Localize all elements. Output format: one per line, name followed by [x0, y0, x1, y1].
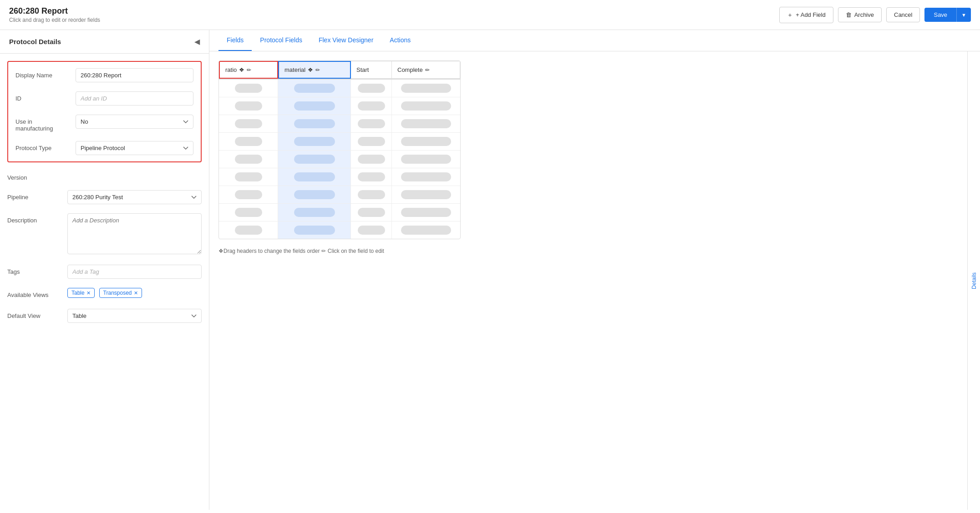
page-subtitle: Click and drag to edit or reorder fields — [9, 17, 100, 23]
view-tag-table-remove[interactable]: ✕ — [86, 290, 91, 296]
available-views-value: Table ✕ Transposed ✕ — [67, 288, 202, 300]
header-actions: ＋ + Add Field 🗑 Archive Cancel Save ▼ — [779, 7, 971, 23]
tabs-bar: Fields Protocol Fields Flex View Designe… — [209, 30, 980, 51]
table-row — [219, 151, 460, 168]
table-row — [219, 115, 460, 133]
default-view-row: Default View Table Transposed — [0, 304, 209, 327]
available-views-row: Available Views Table ✕ Transposed ✕ — [0, 283, 209, 304]
table-row — [219, 133, 460, 151]
pipeline-select[interactable]: 260:280 Purity Test — [67, 190, 202, 204]
tab-actions[interactable]: Actions — [381, 30, 419, 51]
protocol-details-heading: Protocol Details — [9, 38, 61, 45]
fields-preview-table: ratio ❖ ✏ material ❖ ✏ Start — [218, 60, 461, 239]
complete-label: Complete — [397, 66, 423, 73]
cell-ratio — [219, 80, 278, 97]
save-dropdown-button[interactable]: ▼ — [956, 8, 971, 22]
save-button[interactable]: Save — [924, 8, 956, 22]
right-panel: Fields Protocol Fields Flex View Designe… — [209, 30, 980, 510]
edit-icon-material[interactable]: ✏ — [315, 67, 320, 73]
version-label: Version — [7, 174, 27, 181]
view-tag-transposed-remove[interactable]: ✕ — [134, 290, 138, 296]
use-in-mfg-value: No Yes — [76, 115, 193, 129]
display-name-row: Display Name — [8, 64, 201, 87]
pipeline-row: Pipeline 260:280 Purity Test — [0, 186, 209, 209]
top-header: 260:280 Report Click and drag to edit or… — [0, 0, 980, 30]
id-row: ID — [8, 87, 201, 110]
description-row: Description — [0, 209, 209, 260]
display-name-label: Display Name — [15, 68, 70, 79]
protocol-type-value: Pipeline Protocol Standard Protocol — [76, 141, 193, 155]
main-layout: Protocol Details ◀ Display Name ID Use i — [0, 30, 980, 510]
column-header-material: material ❖ ✏ — [278, 61, 351, 79]
cell-complete — [392, 80, 460, 97]
use-in-mfg-select[interactable]: No Yes — [76, 115, 193, 129]
drag-hint-text: ❖Drag headers to change the fields order — [218, 248, 320, 254]
column-header-complete: Complete ✏ — [392, 61, 460, 79]
collapse-button[interactable]: ◀ — [194, 37, 200, 46]
right-panel-wrapper: ratio ❖ ✏ material ❖ ✏ Start — [209, 51, 980, 510]
tags-input[interactable] — [67, 265, 202, 279]
tags-label: Tags — [7, 265, 62, 275]
cancel-button[interactable]: Cancel — [886, 7, 920, 22]
protocol-type-row: Protocol Type Pipeline Protocol Standard… — [8, 136, 201, 160]
left-panel-header: Protocol Details ◀ — [0, 30, 209, 54]
click-hint-text: ✏ Click on the field to edit — [321, 248, 384, 254]
cell-material — [278, 80, 351, 97]
archive-icon: 🗑 — [846, 11, 852, 18]
plus-icon: ＋ — [787, 11, 793, 19]
save-button-group: Save ▼ — [924, 8, 971, 22]
add-field-button[interactable]: ＋ + Add Field — [779, 7, 833, 23]
view-tag-transposed-label: Transposed — [103, 290, 132, 296]
tab-protocol-fields[interactable]: Protocol Fields — [252, 30, 310, 51]
table-row — [219, 97, 460, 115]
description-label: Description — [7, 213, 62, 224]
pipeline-value: 260:280 Purity Test — [67, 190, 202, 204]
description-value — [67, 213, 202, 256]
table-header-row: ratio ❖ ✏ material ❖ ✏ Start — [219, 61, 460, 80]
archive-button[interactable]: 🗑 Archive — [838, 7, 882, 22]
tags-value — [67, 265, 202, 279]
default-view-label: Default View — [7, 309, 62, 319]
view-tag-table-label: Table — [71, 290, 85, 296]
details-sidebar-label: Details — [971, 272, 977, 289]
table-row — [219, 186, 460, 204]
tab-flex-view-designer[interactable]: Flex View Designer — [310, 30, 381, 51]
column-header-ratio: ratio ❖ ✏ — [219, 61, 278, 79]
material-label: material — [284, 66, 305, 73]
pipeline-label: Pipeline — [7, 190, 62, 201]
use-in-mfg-row: Use in manufacturing No Yes — [8, 110, 201, 136]
table-row — [219, 221, 460, 239]
right-panel-inner: ratio ❖ ✏ material ❖ ✏ Start — [209, 51, 967, 510]
default-view-select[interactable]: Table Transposed — [67, 309, 202, 323]
edit-icon-complete[interactable]: ✏ — [425, 67, 430, 73]
table-body — [219, 80, 460, 239]
page-title: 260:280 Report — [9, 6, 100, 16]
view-tag-table: Table ✕ — [67, 288, 95, 298]
drag-icon-material[interactable]: ❖ — [308, 66, 313, 73]
column-header-start: Start — [351, 61, 392, 79]
available-views-label: Available Views — [7, 288, 62, 298]
drag-icon-ratio[interactable]: ❖ — [239, 66, 244, 73]
default-view-value: Table Transposed — [67, 309, 202, 323]
protocol-details-box: Display Name ID Use in manufacturing No — [7, 61, 202, 162]
version-row: Version — [0, 170, 209, 186]
description-textarea[interactable] — [67, 213, 202, 254]
tab-fields[interactable]: Fields — [218, 30, 252, 51]
id-input[interactable] — [76, 91, 193, 106]
details-sidebar-tab[interactable]: Details — [967, 51, 980, 510]
table-row — [219, 80, 460, 97]
ratio-label: ratio — [225, 66, 237, 73]
protocol-type-select[interactable]: Pipeline Protocol Standard Protocol — [76, 141, 193, 155]
use-in-mfg-label: Use in manufacturing — [15, 115, 70, 132]
id-label: ID — [15, 91, 70, 102]
display-name-value — [76, 68, 193, 82]
display-name-input[interactable] — [76, 68, 193, 82]
table-row — [219, 204, 460, 221]
header-title: 260:280 Report Click and drag to edit or… — [9, 6, 100, 23]
edit-icon-ratio[interactable]: ✏ — [247, 67, 251, 73]
tags-row: Tags — [0, 260, 209, 283]
drag-hint: ❖Drag headers to change the fields order… — [218, 248, 958, 254]
view-tag-transposed: Transposed ✕ — [99, 288, 142, 298]
start-label: Start — [356, 66, 369, 73]
left-panel: Protocol Details ◀ Display Name ID Use i — [0, 30, 209, 510]
